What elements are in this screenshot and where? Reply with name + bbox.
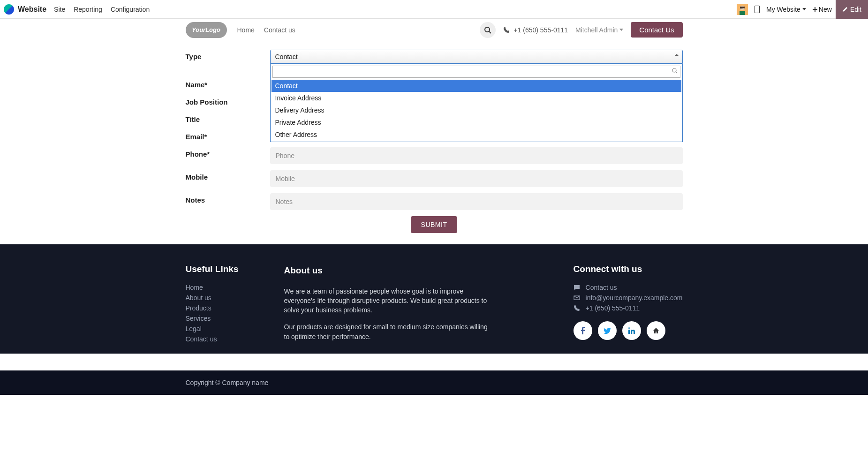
label-type: Type xyxy=(186,50,270,60)
dropdown-search xyxy=(272,66,680,78)
footer-useful-links: Useful Links Home About us Products Serv… xyxy=(186,264,265,349)
odoo-logo-icon xyxy=(4,4,14,15)
footer-connect: Connect with us Contact us info@yourcomp… xyxy=(574,264,683,349)
footer-contact-link[interactable]: Contact us xyxy=(574,284,683,291)
my-website-label: My Website xyxy=(766,6,800,13)
footer-email: info@yourcompany.example.com xyxy=(574,294,683,302)
submit-button[interactable]: SUBMIT xyxy=(411,216,458,233)
edit-button[interactable]: Edit xyxy=(836,0,868,19)
site-logo[interactable]: YourLogo xyxy=(186,22,227,38)
label-title: Title xyxy=(186,113,270,123)
user-name: Mitchell Admin xyxy=(575,26,618,34)
select-arrow-icon xyxy=(675,54,679,56)
dropdown-search-input[interactable] xyxy=(272,66,680,78)
option-private-address[interactable]: Private Address xyxy=(272,116,681,128)
option-contact[interactable]: Contact xyxy=(272,80,681,92)
social-linkedin[interactable] xyxy=(622,321,641,340)
contact-form: Type Contact Contact Invoice Address Del… xyxy=(0,41,868,244)
social-buttons xyxy=(574,321,683,340)
menu-site[interactable]: Site xyxy=(54,6,65,13)
label-mobile: Mobile xyxy=(186,170,270,181)
about-title: About us xyxy=(284,264,491,277)
twitter-icon xyxy=(604,328,611,334)
svg-point-9 xyxy=(672,68,676,72)
label-job: Job Position xyxy=(186,95,270,106)
phone-icon xyxy=(503,27,510,33)
notes-input[interactable] xyxy=(270,193,683,210)
mobile-preview-icon[interactable] xyxy=(755,6,760,13)
copyright: Copyright © Company name xyxy=(0,370,868,395)
facebook-icon xyxy=(581,327,585,334)
footer: Useful Links Home About us Products Serv… xyxy=(0,244,868,354)
nav-contact[interactable]: Contact us xyxy=(264,26,295,34)
type-select[interactable]: Contact xyxy=(270,50,683,64)
footer-link-home[interactable]: Home xyxy=(186,284,265,291)
type-field: Contact Contact Invoice Address Delivery… xyxy=(270,50,683,142)
footer-link-products[interactable]: Products xyxy=(186,304,265,312)
useful-links-title: Useful Links xyxy=(186,264,265,274)
odoo-top-menu: Website Site Reporting Configuration My … xyxy=(0,0,868,19)
phone-input[interactable] xyxy=(270,147,683,164)
my-website-dropdown[interactable]: My Website xyxy=(766,6,806,13)
label-email: Email* xyxy=(186,130,270,141)
label-name: Name* xyxy=(186,78,270,89)
footer-about: About us We are a team of passionate peo… xyxy=(284,264,491,349)
avatar[interactable] xyxy=(737,4,748,15)
mobile-input[interactable] xyxy=(270,170,683,187)
plus-icon xyxy=(813,7,817,12)
label-notes: Notes xyxy=(186,193,270,204)
svg-point-8 xyxy=(485,27,490,32)
type-select-value: Contact xyxy=(275,53,298,60)
svg-rect-11 xyxy=(628,330,630,334)
search-button[interactable] xyxy=(480,22,496,38)
social-facebook[interactable] xyxy=(574,321,592,340)
phone-icon xyxy=(574,305,580,311)
footer-link-legal[interactable]: Legal xyxy=(186,325,265,332)
footer-link-about[interactable]: About us xyxy=(186,294,265,302)
contact-us-button[interactable]: Contact Us xyxy=(631,22,682,38)
social-home[interactable] xyxy=(647,321,665,340)
type-dropdown-panel: Contact Invoice Address Delivery Address… xyxy=(270,64,683,142)
footer-link-contact[interactable]: Contact us xyxy=(186,335,265,343)
new-button[interactable]: New xyxy=(813,6,832,13)
svg-point-12 xyxy=(628,327,630,329)
app-name[interactable]: Website xyxy=(18,5,46,14)
caret-down-icon xyxy=(802,8,806,10)
social-twitter[interactable] xyxy=(598,321,617,340)
label-phone: Phone* xyxy=(186,147,270,158)
edit-button-label: Edit xyxy=(850,6,861,13)
website-navbar: YourLogo Home Contact us +1 (650) 555-01… xyxy=(0,19,868,41)
nav-home[interactable]: Home xyxy=(237,26,255,34)
svg-point-7 xyxy=(757,11,758,12)
search-icon xyxy=(484,26,491,34)
new-button-label: New xyxy=(819,6,832,13)
option-delivery-address[interactable]: Delivery Address xyxy=(272,104,681,116)
user-menu[interactable]: Mitchell Admin xyxy=(575,26,623,34)
envelope-icon xyxy=(574,294,580,301)
svg-rect-5 xyxy=(740,11,745,15)
footer-link-services[interactable]: Services xyxy=(186,315,265,322)
chat-icon xyxy=(574,284,580,291)
header-phone-number: +1 (650) 555-0111 xyxy=(513,26,568,34)
menu-configuration[interactable]: Configuration xyxy=(111,6,150,13)
footer-phone: +1 (650) 555-0111 xyxy=(574,304,683,312)
menu-reporting[interactable]: Reporting xyxy=(74,6,102,13)
linkedin-icon xyxy=(628,327,635,334)
connect-title: Connect with us xyxy=(574,264,683,274)
pencil-icon xyxy=(842,7,848,12)
home-icon xyxy=(653,327,659,334)
search-icon xyxy=(672,68,678,74)
caret-down-icon xyxy=(619,29,623,31)
about-para-2: Our products are designed for small to m… xyxy=(284,322,491,341)
header-phone: +1 (650) 555-0111 xyxy=(503,26,568,34)
option-invoice-address[interactable]: Invoice Address xyxy=(272,92,681,104)
option-other-address[interactable]: Other Address xyxy=(272,128,681,141)
about-para-1: We are a team of passionate people whose… xyxy=(284,287,491,315)
